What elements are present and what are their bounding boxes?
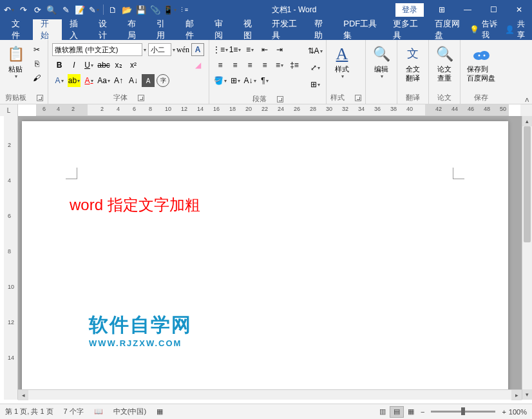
tab-view[interactable]: 视图 (236, 19, 265, 40)
clear-format-icon[interactable]: ◢ (191, 59, 204, 72)
scroll-down-icon[interactable]: ▾ (522, 389, 532, 400)
tab-file[interactable]: 文件 (4, 19, 33, 40)
tab-pdf[interactable]: PDF工具集 (336, 19, 385, 40)
char-shading-icon[interactable]: A (142, 74, 155, 87)
numbering-icon[interactable]: 1≡▾ (229, 43, 242, 56)
tab-help[interactable]: 帮助 (307, 19, 336, 40)
maximize-icon[interactable]: ☐ (480, 0, 506, 19)
font-size-input[interactable] (148, 43, 171, 56)
grow-font-icon[interactable]: A↑ (112, 74, 125, 87)
font-color-icon[interactable]: A▾ (82, 74, 95, 87)
refresh-icon[interactable]: ⟳ (31, 3, 44, 16)
tell-me-button[interactable]: 💡告诉我 (470, 19, 497, 41)
view-print-icon[interactable]: ▤ (390, 406, 404, 418)
attach-icon[interactable]: 📎 (149, 3, 162, 16)
clipboard-dialog-launcher[interactable] (37, 95, 43, 101)
ink-dropdown-icon[interactable]: ✎▾ (88, 3, 100, 16)
styles-dialog-launcher[interactable] (355, 95, 361, 101)
align-right-icon[interactable]: ≡ (243, 59, 256, 72)
save-cloud-button[interactable]: 保存到 百度网盘 (464, 43, 498, 92)
ruler-corner[interactable]: L (0, 104, 18, 116)
strikethrough-icon[interactable]: abc (97, 59, 110, 72)
status-lang[interactable]: 中文(中国) (113, 407, 146, 416)
show-marks-icon[interactable]: ¶▾ (258, 74, 271, 87)
paragraph-marks-icon[interactable]: ⊞▾ (309, 77, 321, 92)
undo-icon[interactable]: ↶▾ (3, 3, 15, 16)
sort-icon[interactable]: A↓▾ (243, 74, 256, 87)
tab-layout[interactable]: 布局 (120, 19, 149, 40)
view-web-icon[interactable]: ▦ (404, 406, 418, 418)
redo-icon[interactable]: ↷ (17, 3, 30, 16)
status-proof-icon[interactable]: 📖 (94, 407, 103, 416)
indent-left-icon[interactable]: ⇤ (258, 43, 271, 56)
ruler-horizontal[interactable]: 6422468101214161820222426283032343638404… (36, 104, 509, 116)
paste-button[interactable]: 📋 粘贴 ▾ (4, 43, 27, 92)
save-icon[interactable]: 💾 (135, 3, 147, 16)
open-file-icon[interactable]: 📂 (120, 3, 133, 16)
status-macro-icon[interactable]: ▦ (157, 407, 163, 416)
document-area[interactable]: word 指定文字加粗 软件自学网 WWW.RJZXW.COM (18, 116, 522, 400)
document-text-line1[interactable]: word 指定文字加粗 (70, 195, 461, 215)
line-spacing-icon[interactable]: ‡≡ (288, 59, 301, 72)
align-left-icon[interactable]: ≡ (214, 59, 227, 72)
char-case-icon[interactable]: Aa▾ (97, 74, 110, 87)
underline-icon[interactable]: U▾ (82, 59, 95, 72)
tab-mailings[interactable]: 邮件 (178, 19, 207, 40)
align-center-icon[interactable]: ≡ (229, 59, 242, 72)
format-painter-icon[interactable]: 🖌 (30, 72, 43, 84)
login-button[interactable]: 登录 (395, 3, 424, 17)
borders-icon[interactable]: ⊞▾ (229, 74, 242, 87)
tab-review[interactable]: 审阅 (207, 19, 236, 40)
collapse-ribbon-icon[interactable]: ʌ (525, 95, 529, 104)
tab-dev[interactable]: 开发工具 (264, 19, 307, 40)
plagiarism-button[interactable]: 🔍 论文 查重 (433, 43, 456, 92)
translate-button[interactable]: 文 全文 翻译 (401, 43, 424, 92)
scroll-left-icon[interactable]: ◂ (18, 390, 28, 400)
status-chars[interactable]: 7 个字 (64, 407, 84, 416)
subscript-icon[interactable]: x₂ (112, 59, 125, 72)
text-effects-icon[interactable]: A▾ (53, 74, 66, 87)
multilevel-icon[interactable]: ≡▾ (243, 43, 256, 56)
ruler-vertical[interactable]: 2468101214 (4, 116, 18, 400)
ribbon-options-icon[interactable]: ⊞ (429, 0, 455, 19)
justify-icon[interactable]: ≡ (258, 59, 271, 72)
zoom-slider[interactable] (431, 411, 495, 413)
text-direction-icon[interactable]: ⇅A▾ (309, 43, 321, 59)
copy-icon[interactable]: ⎘ (30, 57, 43, 70)
shading-icon[interactable]: 🪣▾ (214, 74, 227, 87)
scroll-up-icon[interactable]: ▴ (522, 116, 532, 126)
share-button[interactable]: 👤共享 (505, 19, 527, 41)
tab-baidu[interactable]: 百度网盘 (427, 19, 470, 40)
scroll-right-icon[interactable]: ▸ (511, 390, 522, 400)
ink-icon[interactable]: 📝 (73, 3, 86, 16)
cut-icon[interactable]: ✂ (30, 43, 43, 56)
view-read-icon[interactable]: ▥ (375, 406, 390, 418)
quick-edit-icon[interactable]: ✎ (59, 3, 72, 16)
tab-design[interactable]: 设计 (91, 19, 120, 40)
zoom-thumb[interactable] (461, 407, 465, 415)
tab-more[interactable]: 更多工具 (385, 19, 428, 40)
horizontal-scrollbar[interactable]: ◂ ▸ (18, 389, 522, 400)
para-dialog-launcher[interactable] (277, 96, 283, 102)
indent-right-icon[interactable]: ⇥ (273, 43, 286, 56)
editing-button[interactable]: 🔍 编辑 ▾ (370, 43, 393, 93)
close-icon[interactable]: ✕ (506, 0, 532, 19)
shrink-font-icon[interactable]: A↓ (127, 74, 140, 87)
minimize-icon[interactable]: — (455, 0, 480, 19)
highlight-icon[interactable]: ab▾ (68, 74, 81, 87)
zoom-out-icon[interactable]: − (421, 408, 424, 416)
italic-icon[interactable]: I (68, 59, 81, 72)
scroll-thumb[interactable] (524, 126, 531, 242)
bold-icon[interactable]: B (53, 59, 66, 72)
zoom-level[interactable]: 100% (509, 408, 527, 416)
tab-references[interactable]: 引用 (149, 19, 178, 40)
phonetic-guide-icon[interactable]: wén (176, 43, 189, 56)
qa-customize-icon[interactable]: ⋮≡ (177, 3, 190, 16)
bullets-icon[interactable]: ⋮≡▾ (214, 43, 227, 56)
search-icon[interactable]: 🔍 (45, 3, 58, 16)
distribute-icon[interactable]: ≡▾ (273, 59, 286, 72)
tab-home[interactable]: 开始 (33, 19, 62, 40)
status-page[interactable]: 第 1 页, 共 1 页 (5, 407, 53, 416)
char-border-icon[interactable]: A (191, 43, 204, 56)
font-name-input[interactable] (52, 43, 142, 56)
